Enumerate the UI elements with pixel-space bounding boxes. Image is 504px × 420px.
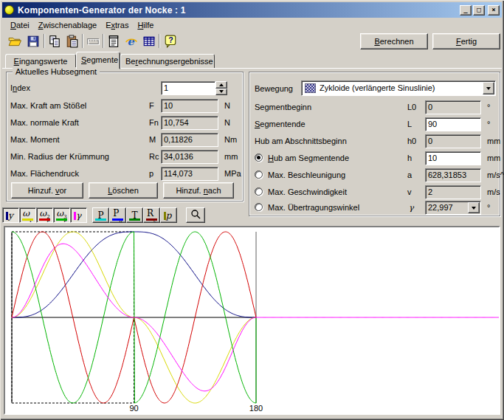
- ruler-icon: [86, 35, 100, 48]
- web-export-button[interactable]: e: [122, 32, 140, 49]
- normale-kraft-label: Max. normale Kraft: [10, 118, 79, 127]
- segmentbeginn-symbol: L0: [407, 103, 416, 111]
- max-geschwindigkeit-field: 2: [425, 185, 481, 199]
- plot-toggle-torque[interactable]: T: [126, 207, 143, 223]
- spin-down-icon: [219, 90, 224, 93]
- plot-toggle-omega-f2[interactable]: ω2F: [36, 207, 53, 223]
- max-beschleunigung-field: 628,31853: [425, 168, 481, 182]
- fertig-button[interactable]: Fertig: [432, 33, 500, 49]
- plot-toolbar: y ωF ω2F ω3F γ P Pn T Rc p: [0, 207, 504, 224]
- plot-toggle-p-force[interactable]: P: [92, 207, 109, 223]
- window-title: Komponenten-Generator der Nocke : 1: [18, 5, 458, 16]
- toolbar-separator: [44, 34, 45, 48]
- loeschen-button[interactable]: Löschen: [89, 182, 158, 199]
- max-beschleunigung-unit: m/s^2: [487, 171, 504, 179]
- tab-eingangswerte[interactable]: Eingangswerte: [5, 54, 76, 69]
- hinzuf-vor-button[interactable]: Hinzuf. vor: [11, 182, 83, 199]
- paste-button[interactable]: [63, 32, 81, 49]
- index-field[interactable]: 1: [161, 81, 215, 95]
- plot-toggle-pressure[interactable]: p: [160, 207, 177, 223]
- web-export-icon: e: [125, 35, 138, 48]
- bewegung-combobox[interactable]: Zykloide (verlängerte Sinuslinie): [301, 80, 496, 96]
- table-button[interactable]: [140, 32, 158, 49]
- open-icon: [8, 35, 21, 48]
- segmentbeginn-label: Segmentbeginn: [255, 103, 311, 111]
- ruler-button: [84, 32, 102, 49]
- max-geschwindigkeit-unit: m/s: [487, 187, 500, 196]
- menu-hilfe[interactable]: Hilfe: [133, 19, 158, 31]
- radio-max-beschleunigung[interactable]: [255, 171, 263, 179]
- spin-up-button[interactable]: [215, 81, 227, 89]
- plot-toggle-y[interactable]: y: [2, 207, 19, 223]
- toolbar-separator: [82, 34, 83, 48]
- save-icon: [27, 35, 40, 48]
- radius-symbol: Rc: [149, 152, 159, 161]
- svg-text:?: ?: [168, 35, 173, 44]
- hub-segmentende-symbol: h: [407, 154, 412, 162]
- segmentbeginn-field: 0: [425, 100, 481, 114]
- radius-unit: mm: [224, 152, 238, 161]
- hinzuf-nach-button[interactable]: Hinzuf. nach: [163, 182, 234, 199]
- hub-segmentende-field[interactable]: 10: [425, 151, 481, 165]
- copy-button[interactable]: [46, 32, 63, 49]
- plot-toggle-omega-f3[interactable]: ω3F: [53, 207, 70, 223]
- svg-text:90: 90: [129, 404, 138, 413]
- berechnen-button[interactable]: Berechnen: [360, 33, 428, 49]
- open-button[interactable]: [6, 32, 24, 49]
- segmentende-unit: °: [487, 120, 490, 128]
- magnifier-icon: [190, 209, 201, 219]
- max-geschwindigkeit-symbol: v: [407, 187, 412, 196]
- moment-symbol: M: [149, 135, 156, 144]
- help-button[interactable]: ?: [162, 32, 179, 49]
- radius-label: Min. Radius der Krümmung: [10, 152, 109, 161]
- minimize-button[interactable]: _: [460, 5, 472, 16]
- menu-extras[interactable]: Extras: [101, 19, 133, 31]
- report-icon: [107, 35, 120, 48]
- tab-segmente[interactable]: Segmente: [76, 52, 120, 69]
- radius-field: 34,0136: [161, 150, 218, 164]
- radio-hub-segmentende[interactable]: [255, 154, 263, 162]
- plot-toggle-gamma[interactable]: γ: [70, 207, 87, 223]
- copy-icon: [48, 35, 61, 48]
- app-window: Komponenten-Generator der Nocke : 1 _ □ …: [0, 0, 504, 420]
- normale-kraft-unit: N: [224, 118, 230, 127]
- radio-max-geschwindigkeit[interactable]: [255, 187, 263, 196]
- motion-type-icon: [305, 83, 316, 93]
- plot-toggle-pn-force[interactable]: Pn: [109, 207, 126, 223]
- kraft-stoessel-symbol: F: [149, 101, 154, 110]
- max-geschwindigkeit-label: Max. Geschwindigkeit: [268, 187, 347, 196]
- hub-abschnittsbeginn-field: 0: [425, 134, 481, 148]
- tab-berechnungsergebnisse[interactable]: Berechnungsergebnisse: [120, 54, 215, 69]
- bewegung-label: Bewegung: [255, 84, 293, 93]
- toolbar-separator: [159, 34, 160, 48]
- hub-abschnittsbeginn-unit: mm: [487, 137, 500, 145]
- plot-toggle-radius[interactable]: Rc: [143, 207, 160, 223]
- plot-toggle-omega-f[interactable]: ωF: [19, 207, 36, 223]
- help-icon: ?: [164, 35, 177, 48]
- save-button[interactable]: [24, 32, 42, 49]
- svg-text:e: e: [127, 35, 134, 47]
- menu-datei[interactable]: Datei: [6, 19, 34, 31]
- report-button[interactable]: [105, 32, 122, 49]
- titlebar: Komponenten-Generator der Nocke : 1 _ □ …: [2, 2, 502, 18]
- flaechendruck-symbol: p: [149, 169, 153, 178]
- kraft-stoessel-field: 10: [161, 99, 218, 113]
- bewegung-dropdown-button[interactable]: [483, 82, 494, 94]
- maximize-button[interactable]: □: [473, 5, 485, 16]
- main-toolbar: e ? Berechnen Fertig: [2, 32, 502, 51]
- menu-zwischenablage[interactable]: Zwischenablage: [34, 19, 102, 31]
- normale-kraft-symbol: Fn: [149, 118, 159, 127]
- table-icon: [142, 35, 156, 48]
- zoom-button[interactable]: [186, 207, 205, 223]
- spin-down-button[interactable]: [215, 89, 227, 96]
- moment-label: Max. Moment: [10, 135, 60, 144]
- segmentende-label: Segmentende: [255, 120, 305, 128]
- close-button[interactable]: ×: [488, 5, 500, 16]
- cam-diagram: 90180: [5, 227, 499, 413]
- hub-segmentende-unit: mm: [487, 154, 500, 162]
- flaechendruck-unit: MPa: [224, 169, 241, 178]
- segmentende-field[interactable]: 90: [425, 117, 481, 131]
- menubar: Datei Zwischenablage Extras Hilfe: [2, 18, 502, 32]
- svg-text:180: 180: [249, 404, 263, 413]
- hub-segmentende-label: Hub am Segmentende: [268, 154, 349, 162]
